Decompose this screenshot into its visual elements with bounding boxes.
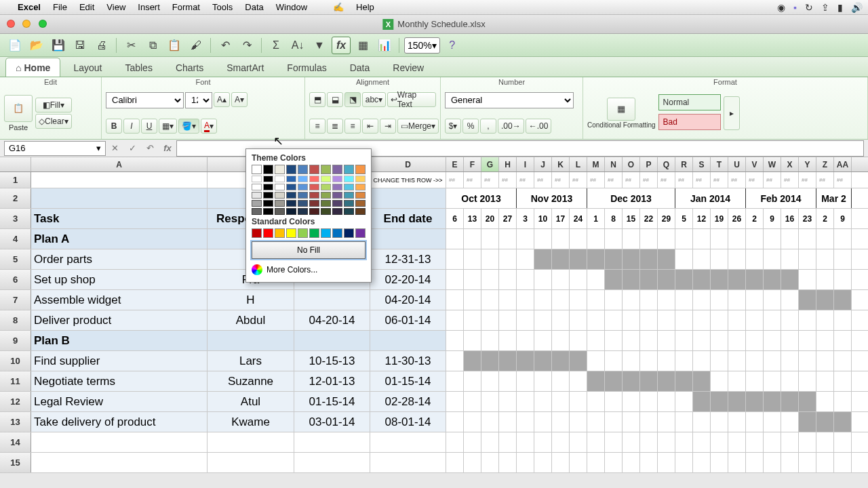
gantt-5-20[interactable] xyxy=(781,249,799,269)
gantt-7-12[interactable] xyxy=(640,290,658,310)
fx-icon[interactable]: fx xyxy=(159,141,176,156)
theme-tint-2-4[interactable] xyxy=(298,192,308,199)
no-fill-button[interactable]: No Fill xyxy=(252,241,366,259)
theme-color-8[interactable] xyxy=(344,165,354,174)
sync-icon[interactable]: ↻ xyxy=(805,2,813,13)
gantt-4-22[interactable] xyxy=(816,229,834,249)
cell-15-17[interactable] xyxy=(746,453,764,472)
col-P[interactable]: P xyxy=(640,157,658,171)
gantt-6-15[interactable] xyxy=(693,270,711,289)
gantt-9-2[interactable] xyxy=(464,331,481,350)
gantt-10-18[interactable] xyxy=(746,351,764,371)
status-icon[interactable]: ▪ xyxy=(793,2,797,13)
cell-15-14[interactable] xyxy=(693,453,711,472)
day-6[interactable]: 17 xyxy=(552,209,570,228)
row-header-9[interactable]: 9 xyxy=(0,331,31,350)
gantt-11-8[interactable] xyxy=(570,371,587,391)
col-N[interactable]: N xyxy=(605,157,623,171)
menu-view[interactable]: View xyxy=(106,2,125,12)
gantt-9-10[interactable] xyxy=(605,331,623,350)
record-icon[interactable]: ◉ xyxy=(777,2,785,13)
start-8[interactable]: 04-20-14 xyxy=(294,310,370,330)
theme-tint-3-7[interactable] xyxy=(332,200,342,207)
gantt-13-18[interactable] xyxy=(746,412,764,432)
gantt-8-13[interactable] xyxy=(658,310,675,330)
gantt-8-5[interactable] xyxy=(517,310,534,330)
menu-window[interactable]: Window xyxy=(276,2,307,12)
chart-button[interactable]: 📊 xyxy=(375,37,394,54)
gantt-7-3[interactable] xyxy=(481,290,499,310)
gantt-8-10[interactable] xyxy=(605,310,623,330)
font-name-select[interactable]: Calibri xyxy=(106,92,184,108)
gantt-5-2[interactable] xyxy=(464,249,481,269)
standard-color-4[interactable] xyxy=(298,228,308,238)
theme-tint-0-9[interactable] xyxy=(355,176,366,182)
gantt-11-17[interactable] xyxy=(728,371,746,391)
name-box[interactable]: G16▾ xyxy=(4,141,106,156)
gantt-13-17[interactable] xyxy=(728,412,746,432)
gantt-7-18[interactable] xyxy=(746,290,764,310)
gantt-5-18[interactable] xyxy=(746,249,764,269)
gantt-7-8[interactable] xyxy=(570,290,587,310)
gantt-9-8[interactable] xyxy=(570,331,587,350)
copy-button[interactable]: ⧉ xyxy=(143,37,162,54)
currency-button[interactable]: $▾ xyxy=(445,119,461,134)
gantt-12-4[interactable] xyxy=(499,392,517,411)
theme-tint-1-4[interactable] xyxy=(298,184,308,190)
cell-C15[interactable] xyxy=(294,453,370,472)
gantt-6-10[interactable] xyxy=(605,270,623,289)
gantt-13-7[interactable] xyxy=(552,412,570,432)
cell-r1-5[interactable]: ## xyxy=(534,172,552,188)
gantt-10-22[interactable] xyxy=(816,351,834,371)
gantt-11-10[interactable] xyxy=(605,371,623,391)
resp-9[interactable] xyxy=(208,331,294,350)
standard-color-1[interactable] xyxy=(263,228,273,238)
theme-tint-2-7[interactable] xyxy=(332,192,342,199)
align-top-button[interactable]: ⬒ xyxy=(309,92,326,107)
cell-A14[interactable] xyxy=(31,432,208,452)
gantt-9-18[interactable] xyxy=(746,331,764,350)
cell-r1-2[interactable]: ## xyxy=(481,172,499,188)
theme-color-5[interactable] xyxy=(309,165,319,174)
col-D[interactable]: D xyxy=(370,157,446,171)
end-6[interactable]: 02-20-14 xyxy=(370,270,446,289)
gantt-8-22[interactable] xyxy=(816,310,834,330)
fill-color-button[interactable]: 🪣▾ xyxy=(178,119,199,134)
theme-tint-1-9[interactable] xyxy=(355,184,366,190)
month-4[interactable]: Feb 2014 xyxy=(746,188,816,208)
gantt-9-16[interactable] xyxy=(711,331,728,350)
gantt-12-10[interactable] xyxy=(605,392,623,411)
style-bad[interactable]: Bad xyxy=(658,114,721,130)
month-5[interactable]: Mar 2 xyxy=(816,188,852,208)
col-X[interactable]: X xyxy=(781,157,799,171)
gantt-10-3[interactable] xyxy=(481,351,499,371)
gantt-7-6[interactable] xyxy=(534,290,552,310)
gantt-9-12[interactable] xyxy=(640,331,658,350)
menu-tools[interactable]: Tools xyxy=(212,2,233,12)
start-7[interactable] xyxy=(294,290,370,310)
gantt-9-15[interactable] xyxy=(693,331,711,350)
theme-tint-1-7[interactable] xyxy=(332,184,342,190)
end-4[interactable] xyxy=(370,229,446,249)
underline-button[interactable]: U xyxy=(141,119,157,134)
resp-12[interactable]: Atul xyxy=(208,392,294,411)
open-button[interactable]: 📂 xyxy=(27,37,46,54)
gantt-7-19[interactable] xyxy=(764,290,781,310)
gantt-4-7[interactable] xyxy=(552,229,570,249)
theme-tint-3-3[interactable] xyxy=(286,200,296,207)
cell-14-4[interactable] xyxy=(517,432,534,452)
gantt-10-11[interactable] xyxy=(623,351,640,371)
day-8[interactable]: 1 xyxy=(587,209,605,228)
gantt-13-14[interactable] xyxy=(675,412,693,432)
wrap-text-button[interactable]: ↩ Wrap Text xyxy=(387,92,436,107)
format-painter-button[interactable]: 🖌 xyxy=(186,37,205,54)
gantt-13-16[interactable] xyxy=(711,412,728,432)
gantt-13-20[interactable] xyxy=(781,412,799,432)
theme-tint-0-7[interactable] xyxy=(332,176,342,182)
gantt-9-23[interactable] xyxy=(834,331,852,350)
volume-icon[interactable]: 🔊 xyxy=(851,2,863,13)
theme-tint-3-5[interactable] xyxy=(309,200,319,207)
gantt-4-10[interactable] xyxy=(605,229,623,249)
cell-14-2[interactable] xyxy=(481,432,499,452)
row-header-15[interactable]: 15 xyxy=(0,453,31,472)
